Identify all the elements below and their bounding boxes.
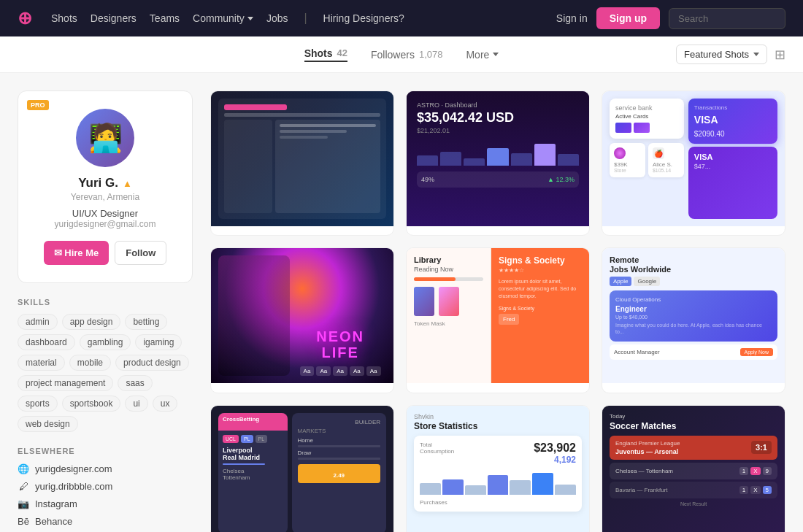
hire-me-button[interactable]: ✉ Hire Me	[44, 241, 110, 265]
skill-tag[interactable]: product design	[115, 355, 189, 371]
shot-card[interactable]: service bank Active Cards $39K S	[602, 90, 785, 236]
elsewhere-item-instagram[interactable]: 📷Instagram	[18, 498, 193, 509]
skill-tag[interactable]: gambling	[80, 334, 131, 350]
shot-card[interactable]: Library Reading Now Token Mask Sig	[406, 247, 590, 393]
skill-tag[interactable]: sportsbook	[62, 396, 121, 412]
elsewhere-item-website[interactable]: 🌐yurigdesigner.com	[18, 463, 193, 474]
shots-count: 42	[337, 47, 347, 58]
shot-card[interactable]	[210, 90, 394, 236]
main-nav: ⊕ Shots Designers Teams Community Jobs |…	[0, 0, 803, 36]
skill-tag[interactable]: material	[18, 355, 65, 371]
tabs-bar: Shots 42 Followers 1,078 More Featured S…	[0, 36, 803, 73]
nav-link-community[interactable]: Community	[193, 12, 253, 24]
shots-grid: ASTRO · Dashboard $35,042.42 USD $21,202…	[210, 90, 785, 532]
sidebar: PRO 🧑‍💻 Yuri G. ▲ Yerevan, Armenia UI/UX…	[18, 90, 193, 532]
nav-link-designers[interactable]: Designers	[91, 12, 137, 24]
shot-card[interactable]: ASTRO · Dashboard $35,042.42 USD $21,202…	[406, 90, 590, 236]
elsewhere-item-behance[interactable]: BēBehance	[18, 515, 193, 527]
avatar: 🧑‍💻	[76, 109, 134, 167]
skill-tag[interactable]: admin	[18, 314, 58, 330]
elsewhere-icon-behance: Bē	[18, 515, 29, 527]
elsewhere-section: ELSEWHERE 🌐yurigdesigner.com🖊yurig.dribb…	[18, 447, 193, 532]
skill-tag[interactable]: app design	[62, 314, 121, 330]
profile-level-icon: ▲	[123, 178, 132, 189]
featured-shots-select[interactable]: Featured Shots	[676, 45, 767, 64]
skill-tag[interactable]: dashboard	[18, 334, 75, 350]
elsewhere-icon-website: 🌐	[18, 463, 29, 474]
logo[interactable]: ⊕	[18, 8, 32, 28]
skill-tag[interactable]: sports	[18, 396, 58, 412]
profile-card: PRO 🧑‍💻 Yuri G. ▲ Yerevan, Armenia UI/UX…	[18, 90, 193, 283]
profile-email: yurigdesigner@gmail.com	[36, 219, 174, 229]
tab-more[interactable]: More	[466, 49, 499, 61]
main-content: PRO 🧑‍💻 Yuri G. ▲ Yerevan, Armenia UI/UX…	[0, 73, 803, 532]
signup-button[interactable]: Sign up	[596, 7, 660, 29]
skills-label: SKILLS	[18, 298, 193, 307]
elsewhere-item-dribbble[interactable]: 🖊yurig.dribbble.com	[18, 480, 193, 492]
profile-location: Yerevan, Armenia	[36, 192, 174, 202]
shot-card[interactable]: CrossBetting UCL PL PL LiverpoolReal Mad…	[210, 405, 394, 532]
skill-tag[interactable]: igaming	[135, 334, 182, 350]
skill-tag[interactable]: mobile	[69, 355, 111, 371]
elsewhere-links: 🌐yurigdesigner.com🖊yurig.dribbble.com📷In…	[18, 463, 193, 532]
nav-link-teams[interactable]: Teams	[150, 12, 180, 24]
profile-name: Yuri G. ▲	[36, 176, 174, 190]
skill-tag[interactable]: web design	[18, 416, 78, 432]
search-input[interactable]	[669, 8, 785, 29]
grid-view-icon[interactable]: ⊞	[775, 47, 785, 63]
nav-link-jobs[interactable]: Jobs	[266, 12, 288, 24]
skills-section: SKILLS adminapp designbettingdashboardga…	[18, 298, 193, 432]
skill-tag[interactable]: project management	[18, 375, 113, 391]
nav-link-shots[interactable]: Shots	[51, 12, 77, 24]
pro-badge: PRO	[27, 100, 49, 110]
signin-button[interactable]: Sign in	[556, 12, 588, 24]
profile-actions: ✉ Hire Me Follow	[36, 241, 174, 265]
skill-tag[interactable]: betting	[125, 314, 167, 330]
elsewhere-icon-dribbble: 🖊	[18, 480, 29, 492]
shot-card[interactable]: Today Soccer Matches England Premier Lea…	[602, 405, 785, 532]
shot-card[interactable]: Remote Jobs Worldwide Apple Google Cloud…	[602, 247, 785, 393]
skill-tag[interactable]: saas	[118, 375, 152, 391]
nav-link-hiring[interactable]: Hiring Designers?	[323, 12, 404, 24]
skill-tag[interactable]: ux	[153, 396, 178, 412]
skill-tag[interactable]: ui	[125, 396, 147, 412]
elsewhere-label: ELSEWHERE	[18, 447, 193, 455]
shot-card[interactable]: Shvkin Store Statistics Total Consumptio…	[406, 405, 590, 532]
shot-card[interactable]: NEONLIFE Aa Aa Aa Aa Aa	[210, 247, 394, 393]
profile-role: UI/UX Designer	[36, 208, 174, 219]
follow-button[interactable]: Follow	[115, 241, 166, 265]
followers-count: 1,078	[419, 49, 443, 60]
tab-followers[interactable]: Followers 1,078	[371, 49, 442, 61]
elsewhere-icon-instagram: 📷	[18, 498, 29, 509]
skills-tags: adminapp designbettingdashboardgamblingi…	[18, 314, 193, 432]
tab-shots[interactable]: Shots 42	[304, 47, 347, 62]
